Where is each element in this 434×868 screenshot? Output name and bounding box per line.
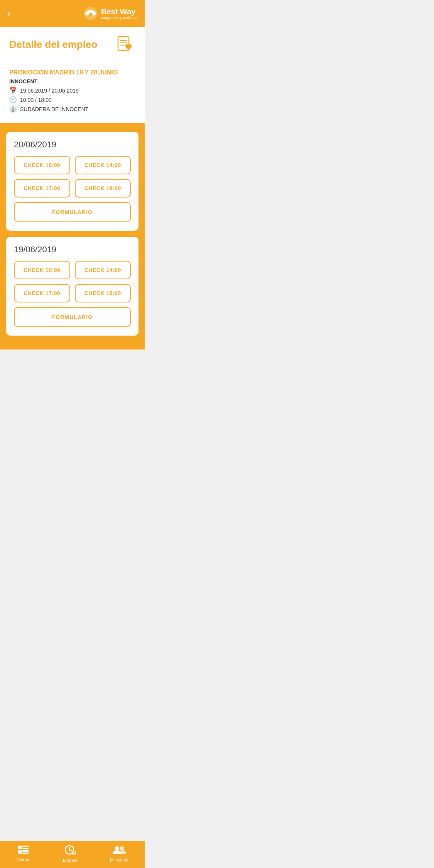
main-content: 20/06/2019CHECK 10:00CHECK 14:00CHECK 17…: [0, 124, 145, 350]
job-hours-row: 🕙 10:00 / 18:00: [9, 96, 135, 103]
job-title: PROMOCION MADRID 19 Y 20 JUNIO: [9, 69, 135, 76]
check-btn-1-0[interactable]: CHECK 10:00: [14, 261, 70, 279]
logo-subtext: congresos y azafatas: [101, 16, 138, 20]
check-grid-0: CHECK 10:00CHECK 14:00CHECK 17:00CHECK 1…: [14, 156, 131, 198]
day-label-0: 20/06/2019: [14, 140, 131, 150]
formulario-btn-1[interactable]: FORMULARIO: [14, 307, 131, 327]
check-btn-0-0[interactable]: CHECK 10:00: [14, 156, 70, 174]
day-section-0: 20/06/2019CHECK 10:00CHECK 14:00CHECK 17…: [6, 132, 138, 231]
logo: Best Way congresos y azafatas: [83, 6, 138, 21]
job-dates: 19.06.2019 / 20.06.2019: [20, 88, 79, 94]
bookmark-icon[interactable]: [116, 35, 135, 54]
back-button[interactable]: ‹: [7, 8, 10, 19]
formulario-btn-0[interactable]: FORMULARIO: [14, 202, 131, 222]
day-label-1: 19/06/2019: [14, 245, 131, 255]
check-btn-1-1[interactable]: CHECK 14:00: [75, 261, 131, 279]
job-company: INNOCENT: [9, 78, 135, 84]
calendar-icon: 📅: [9, 87, 17, 94]
check-btn-1-2[interactable]: CHECK 17:00: [14, 284, 70, 302]
day-section-1: 19/06/2019CHECK 10:00CHECK 14:00CHECK 17…: [6, 237, 138, 336]
logo-text: Best Way: [101, 7, 138, 16]
check-btn-0-1[interactable]: CHECK 14:00: [75, 156, 131, 174]
job-dates-row: 📅 19.06.2019 / 20.06.2019: [9, 87, 135, 94]
uniform-icon: 👔: [9, 105, 17, 113]
job-info: PROMOCION MADRID 19 Y 20 JUNIO INNOCENT …: [0, 62, 145, 124]
logo-icon: [83, 6, 98, 21]
check-btn-0-2[interactable]: CHECK 17:00: [14, 179, 70, 198]
clock-icon: 🕙: [9, 96, 17, 103]
check-btn-1-3[interactable]: CHECK 18:00: [75, 284, 131, 302]
job-hours: 10:00 / 18:00: [20, 97, 52, 103]
app-header: ‹ Best Way congresos y azafatas: [0, 0, 145, 27]
check-btn-0-3[interactable]: CHECK 18:00: [75, 179, 131, 198]
svg-point-3: [89, 13, 92, 16]
title-card: Detalle del empleo: [0, 27, 145, 62]
job-uniform-row: 👔 SUDADERA DE INNOCENT: [9, 105, 135, 113]
check-grid-1: CHECK 10:00CHECK 14:00CHECK 17:00CHECK 1…: [14, 261, 131, 302]
job-uniform: SUDADERA DE INNOCENT: [20, 106, 88, 112]
page-title: Detalle del empleo: [9, 39, 97, 51]
